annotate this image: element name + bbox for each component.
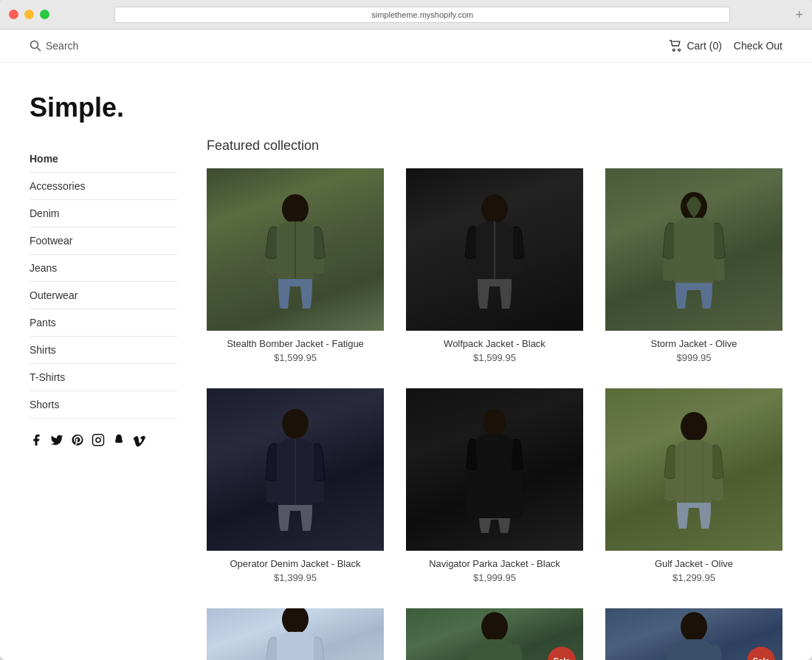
product-info: Stealth Bomber Jacket - Fatigue $1,599.9…: [207, 331, 384, 366]
vimeo-icon[interactable]: [133, 433, 146, 450]
instagram-icon[interactable]: [92, 433, 105, 450]
svg-point-15: [681, 412, 707, 441]
maximize-button[interactable]: [40, 10, 49, 19]
product-image: Sale: [406, 608, 583, 660]
browser-titlebar: simpletheme.myshopify.com +: [0, 0, 812, 30]
product-info: Wolfpack Jacket - Black $1,599.95: [406, 331, 583, 366]
cart-area[interactable]: Cart (0): [669, 40, 721, 52]
product-name: Navigator Parka Jacket - Black: [406, 558, 583, 569]
svg-point-3: [678, 49, 681, 51]
sale-badge: Sale: [747, 647, 775, 660]
svg-rect-4: [93, 435, 104, 446]
minimize-button[interactable]: [24, 10, 34, 19]
product-image: [207, 388, 384, 551]
product-name: Wolfpack Jacket - Black: [406, 338, 583, 349]
product-price: $1,999.95: [406, 572, 583, 583]
svg-point-5: [96, 438, 100, 442]
nav-right: Cart (0) Check Out: [669, 40, 782, 52]
product-card[interactable]: Storm Jacket - Olive $999.95: [605, 168, 782, 366]
product-info: Storm Jacket - Olive $999.95: [605, 331, 782, 366]
product-price: $1,599.95: [406, 352, 583, 363]
pinterest-icon[interactable]: [71, 433, 84, 450]
sidebar: Home Accessories Denim Footwear Jeans Ou…: [30, 138, 177, 660]
collection-title: Featured collection: [207, 138, 782, 154]
product-price: $1,599.95: [207, 352, 384, 363]
page-content: Search Cart (0) Check Out Simple.: [0, 30, 812, 660]
sale-badge: Sale: [548, 647, 576, 660]
product-image: [605, 168, 782, 331]
logo-area: Simple.: [0, 63, 812, 138]
search-label: Search: [46, 40, 78, 52]
product-info: Operator Denim Jacket - Black $1,399.95: [207, 551, 384, 586]
svg-point-18: [282, 608, 309, 634]
product-card[interactable]: [207, 608, 384, 660]
sidebar-item-jeans[interactable]: Jeans: [30, 255, 177, 282]
new-tab-button[interactable]: +: [795, 8, 803, 21]
product-price: $1,399.95: [207, 572, 384, 583]
sidebar-item-shirts[interactable]: Shirts: [30, 337, 177, 364]
product-image: [207, 168, 384, 331]
url-bar[interactable]: simpletheme.myshopify.com: [114, 7, 730, 23]
svg-point-9: [481, 194, 508, 224]
svg-point-20: [681, 612, 707, 642]
product-price: $999.95: [605, 352, 782, 363]
products-grid: Stealth Bomber Jacket - Fatigue $1,599.9…: [207, 168, 782, 660]
sidebar-item-home[interactable]: Home: [30, 145, 177, 173]
sidebar-item-footwear[interactable]: Footwear: [30, 227, 177, 255]
product-image: [406, 388, 583, 551]
product-name: Gulf Jacket - Olive: [605, 558, 782, 569]
site-logo[interactable]: Simple.: [30, 92, 782, 123]
product-name: Operator Denim Jacket - Black: [207, 558, 384, 569]
product-image: [605, 388, 782, 551]
facebook-icon[interactable]: [30, 433, 43, 450]
cart-icon: [669, 40, 682, 52]
close-button[interactable]: [9, 10, 18, 19]
svg-point-0: [31, 41, 38, 49]
product-info: Gulf Jacket - Olive $1,299.95: [605, 551, 782, 586]
product-name: Storm Jacket - Olive: [605, 338, 782, 349]
sidebar-item-outerwear[interactable]: Outerwear: [30, 282, 177, 309]
main-layout: Home Accessories Denim Footwear Jeans Ou…: [0, 138, 812, 660]
svg-point-14: [483, 409, 506, 436]
product-card[interactable]: Stealth Bomber Jacket - Fatigue $1,599.9…: [207, 168, 384, 366]
snapchat-icon[interactable]: [112, 433, 125, 450]
cart-label: Cart (0): [687, 40, 721, 52]
sidebar-item-accessories[interactable]: Accessories: [30, 173, 177, 200]
product-card[interactable]: Gulf Jacket - Olive $1,299.95: [605, 388, 782, 586]
product-image: [207, 608, 384, 660]
products-area: Featured collection: [177, 138, 782, 660]
product-card[interactable]: Sale: [605, 608, 782, 660]
sidebar-item-pants[interactable]: Pants: [30, 309, 177, 337]
checkout-link[interactable]: Check Out: [734, 40, 782, 52]
product-price: $1,299.95: [605, 572, 782, 583]
product-image: [406, 168, 583, 331]
svg-point-6: [100, 436, 102, 438]
product-card[interactable]: Sale: [406, 608, 583, 660]
product-name: Stealth Bomber Jacket - Fatigue: [207, 338, 384, 349]
product-card[interactable]: Operator Denim Jacket - Black $1,399.95: [207, 388, 384, 586]
sidebar-item-denim[interactable]: Denim: [30, 200, 177, 227]
search-area[interactable]: Search: [30, 40, 78, 52]
product-card[interactable]: Wolfpack Jacket - Black $1,599.95: [406, 168, 583, 366]
svg-point-2: [673, 49, 675, 51]
top-nav: Search Cart (0) Check Out: [0, 30, 812, 63]
svg-point-19: [481, 612, 508, 642]
product-info: Navigator Parka Jacket - Black $1,999.95: [406, 551, 583, 586]
svg-point-7: [282, 194, 309, 224]
social-icons: [30, 433, 177, 450]
product-image: Sale: [605, 608, 782, 660]
sidebar-item-tshirts[interactable]: T-Shirts: [30, 364, 177, 391]
browser-window: simpletheme.myshopify.com + Search: [0, 0, 812, 660]
product-card[interactable]: Navigator Parka Jacket - Black $1,999.95: [406, 388, 583, 586]
twitter-icon[interactable]: [50, 433, 63, 450]
sidebar-item-shorts[interactable]: Shorts: [30, 391, 177, 419]
svg-line-1: [38, 48, 41, 52]
search-icon: [30, 40, 41, 52]
svg-point-12: [282, 409, 309, 439]
